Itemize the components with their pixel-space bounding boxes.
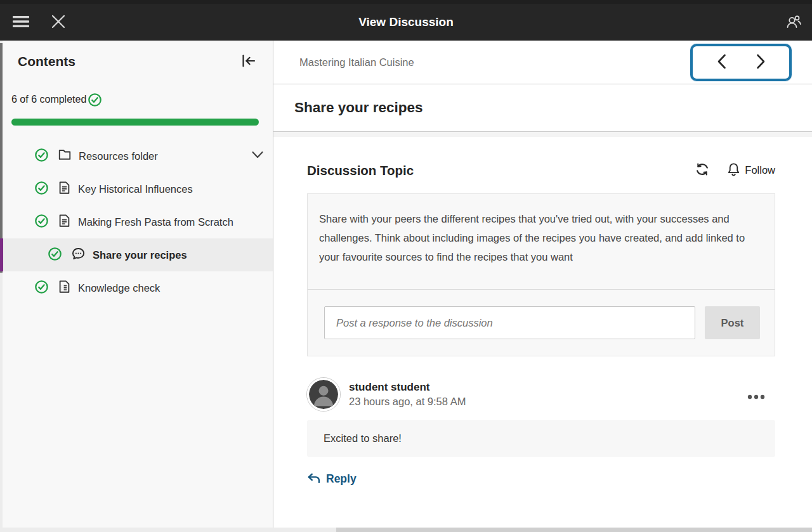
- post-response-row: Post: [308, 289, 775, 356]
- close-button[interactable]: [48, 11, 69, 34]
- horizontal-scrollbar[interactable]: [0, 528, 812, 532]
- check-circle-icon: [34, 181, 49, 198]
- sidebar-item-key-historical-influences[interactable]: Key Historical Influences: [0, 172, 273, 205]
- hamburger-icon: [13, 15, 29, 30]
- sidebar-item-resources-folder[interactable]: Resources folder: [0, 139, 273, 172]
- check-circle-icon: [34, 214, 49, 231]
- contents-list: Resources folder Key Historical Influenc…: [0, 139, 273, 304]
- discussion-topic-heading: Discussion Topic: [307, 163, 414, 178]
- reply-button[interactable]: Reply: [307, 472, 357, 486]
- refresh-icon: [695, 162, 709, 178]
- bell-icon: [727, 162, 740, 178]
- completed-check-icon: [88, 93, 102, 110]
- progress-text: 6 of 6 completed: [11, 94, 86, 105]
- breadcrumb-row: Mastering Italian Cuisine: [273, 41, 812, 84]
- discussion-main: Mastering Italian Cuisine Share y: [273, 41, 812, 528]
- ellipsis-icon: [747, 392, 765, 401]
- chevron-left-icon: [716, 53, 727, 72]
- discussion-topic-body: Share with your peers the different reci…: [308, 194, 775, 289]
- sidebar-item-making-fresh-pasta[interactable]: Making Fresh Pasta from Scratch: [0, 205, 273, 238]
- reply-label: Reply: [326, 472, 357, 486]
- folder-icon: [58, 148, 72, 164]
- response-timestamp: 23 hours ago, at 9:58 AM: [349, 396, 466, 408]
- sidebar-item-knowledge-check[interactable]: Knowledge check: [0, 271, 273, 304]
- selected-item-indicator: [0, 238, 3, 271]
- check-circle-icon: [34, 280, 49, 297]
- sidebar-item-label: Making Fresh Pasta from Scratch: [78, 216, 233, 228]
- chevron-down-icon[interactable]: [251, 150, 264, 162]
- page-title: Share your recipes: [294, 100, 423, 116]
- avatar: [307, 378, 340, 411]
- nav-buttons-highlight: [690, 44, 792, 81]
- contents-title: Contents: [18, 54, 75, 69]
- chevron-right-icon: [756, 53, 766, 72]
- post-button[interactable]: Post: [705, 306, 760, 339]
- response-author: student student: [349, 381, 466, 394]
- view-discussion-page: View Discussion Contents: [0, 0, 812, 532]
- breadcrumb: Mastering Italian Cuisine: [299, 56, 414, 68]
- follow-label: Follow: [745, 164, 775, 176]
- page-header-title: View Discussion: [0, 15, 812, 29]
- document-icon: [58, 214, 71, 230]
- response-body: Excited to share!: [307, 420, 775, 457]
- response-more-button[interactable]: [745, 389, 768, 404]
- discussion-icon: [71, 247, 86, 264]
- sidebar-scrollbar[interactable]: [0, 41, 3, 528]
- next-item-button[interactable]: [749, 49, 773, 75]
- sidebar-item-label: Resources folder: [79, 150, 158, 162]
- reply-icon: [307, 472, 321, 486]
- discussion-topic-card: Share with your peers the different reci…: [307, 193, 775, 356]
- topbar: View Discussion: [0, 0, 812, 41]
- check-circle-icon: [48, 247, 62, 264]
- close-icon: [51, 14, 66, 31]
- sidebar-item-label: Share your recipes: [93, 249, 187, 261]
- sidebar-item-label: Key Historical Influences: [78, 183, 193, 195]
- refresh-button[interactable]: [693, 160, 712, 181]
- collapse-panel-icon: [240, 54, 256, 70]
- check-circle-icon: [34, 148, 49, 165]
- follow-button[interactable]: Follow: [727, 162, 775, 178]
- collapse-panel-button[interactable]: [238, 51, 259, 72]
- sidebar-item-share-your-recipes[interactable]: Share your recipes: [0, 238, 273, 271]
- previous-item-button[interactable]: [710, 49, 733, 75]
- participants-button[interactable]: [783, 11, 804, 34]
- progress-bar: [11, 119, 259, 126]
- quiz-icon: [58, 280, 71, 296]
- contents-panel: Contents 6 of 6 completed: [0, 41, 273, 528]
- section-divider: [273, 131, 812, 137]
- horizontal-scrollbar-thumb[interactable]: [336, 528, 812, 532]
- sidebar-item-label: Knowledge check: [78, 282, 160, 294]
- people-icon: [785, 13, 802, 32]
- menu-button[interactable]: [10, 13, 32, 32]
- response-header: student student 23 hours ago, at 9:58 AM: [307, 378, 775, 411]
- post-response-input[interactable]: [324, 306, 695, 339]
- document-icon: [58, 181, 71, 197]
